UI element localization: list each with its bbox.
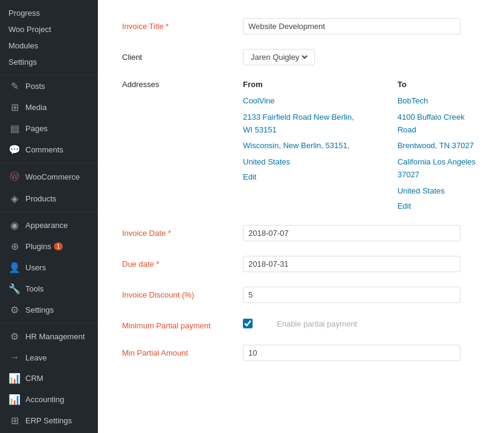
sidebar-item-label: Posts [25, 82, 45, 91]
appearance-icon: ◉ [8, 220, 21, 231]
sidebar-item-label: Plugins [25, 242, 51, 251]
hr-icon: ⚙ [8, 331, 21, 342]
client-row: Client Jaren Quigley [122, 49, 480, 65]
to-address: 4100 Buffalo Creek Road [398, 111, 480, 137]
from-region: Wisconsin, New Berlin, 53151, [243, 140, 361, 152]
plugins-icon: ⊕ [8, 241, 21, 252]
sidebar-item-label: CRM [25, 374, 44, 383]
sidebar-item-label: Settings [25, 305, 54, 314]
sidebar-item-label: Accounting [25, 395, 64, 404]
to-header: To [398, 80, 480, 89]
due-date-input[interactable] [243, 256, 460, 272]
sidebar-nav: ✎ Posts ⊞ Media ▤ Pages 💬 Comments Ⓦ Woo… [0, 76, 98, 431]
sidebar-item-label: Appearance [25, 221, 68, 230]
invoice-discount-label: Invoice Discount (%) [122, 287, 243, 299]
client-select[interactable]: Jaren Quigley [248, 52, 309, 62]
min-partial-checkbox[interactable] [243, 319, 253, 328]
products-icon: ◈ [8, 193, 21, 204]
comments-icon: 💬 [8, 144, 21, 155]
sidebar-item-label: Media [25, 103, 47, 112]
media-icon: ⊞ [8, 102, 21, 113]
sidebar-item-label: Pages [25, 124, 48, 133]
to-company: BobTech [398, 95, 480, 108]
sidebar-item-label: Leave [25, 353, 47, 362]
invoice-discount-row: Invoice Discount (%) [122, 287, 480, 303]
addresses-row: Addresses From CoolVine 2133 Fairfield R… [122, 80, 480, 210]
leave-icon: → [8, 352, 21, 363]
to-region: California Los Angeles 37027 [398, 156, 480, 181]
to-edit-link[interactable]: Edit [398, 201, 411, 210]
min-partial-amount-input[interactable] [243, 345, 460, 361]
sidebar-item-posts[interactable]: ✎ Posts [0, 76, 98, 97]
from-company: CoolVine [243, 95, 361, 108]
sidebar-item-label: Products [25, 194, 56, 203]
main-content: Invoice Title * Client Jaren Quigley Add… [98, 0, 504, 433]
sidebar-item-pages[interactable]: ▤ Pages [0, 118, 98, 139]
separator [0, 212, 98, 212]
sidebar-item-settings[interactable]: ⚙ Settings [0, 299, 98, 321]
client-label: Client [122, 49, 243, 62]
settings-icon: ⚙ [8, 304, 21, 316]
to-country: United States [398, 185, 480, 198]
sidebar-item-label: Comments [25, 145, 63, 154]
sidebar-item-label: WooCommerce [25, 172, 80, 181]
sidebar-item-media[interactable]: ⊞ Media [0, 97, 98, 118]
invoice-date-label: Invoice Date * [122, 225, 243, 238]
sidebar-item-products[interactable]: ◈ Products [0, 188, 98, 209]
from-edit-link[interactable]: Edit [243, 172, 256, 181]
invoice-title-row: Invoice Title * [122, 18, 480, 34]
sidebar-item-users[interactable]: 👤 Users [0, 257, 98, 278]
invoice-date-row: Invoice Date * [122, 225, 480, 241]
min-partial-row: Minimum Partial payment Enable partial p… [122, 317, 480, 330]
sidebar-item-label: Tools [25, 284, 44, 293]
min-partial-checkbox-row: Enable partial payment [243, 319, 357, 328]
woocommerce-icon: Ⓦ [8, 171, 21, 183]
min-partial-label: Minimum Partial payment [122, 317, 243, 330]
sidebar-item-hr-management[interactable]: ⚙ HR Management [0, 326, 98, 347]
crm-icon: 📊 [8, 373, 21, 384]
min-partial-amount-row: Min Partial Amount [122, 345, 480, 361]
due-date-row: Due date * [122, 256, 480, 272]
separator [0, 163, 98, 163]
invoice-discount-input[interactable] [243, 287, 460, 303]
sidebar-item-modules[interactable]: Modules [0, 37, 98, 54]
addresses-label: Addresses [122, 80, 243, 89]
to-city: Brentwood, TN 37027 [398, 140, 480, 152]
required-star: * [168, 229, 171, 238]
sidebar-item-settings-top[interactable]: Settings [0, 54, 98, 70]
invoice-title-label: Invoice Title * [122, 18, 243, 31]
from-address-col: From CoolVine 2133 Fairfield Road New Be… [243, 80, 361, 210]
invoice-date-input[interactable] [243, 225, 460, 241]
from-address: 2133 Fairfield Road New Berlin, WI 53151 [243, 111, 361, 137]
sidebar-item-comments[interactable]: 💬 Comments [0, 139, 98, 160]
required-star: * [166, 22, 169, 31]
sidebar-item-tools[interactable]: 🔧 Tools [0, 278, 98, 299]
sidebar-item-plugins[interactable]: ⊕ Plugins 1 [0, 236, 98, 257]
required-star: * [156, 259, 159, 269]
posts-icon: ✎ [8, 80, 21, 92]
min-partial-amount-label: Min Partial Amount [122, 345, 243, 357]
sidebar-item-erp-settings[interactable]: ⊞ ERP Settings [0, 410, 98, 431]
separator [0, 323, 98, 324]
sidebar-item-accounting[interactable]: 📊 Accounting [0, 389, 98, 410]
sidebar-item-appearance[interactable]: ◉ Appearance [0, 215, 98, 236]
enable-partial-label: Enable partial payment [277, 319, 357, 328]
tools-icon: 🔧 [8, 283, 21, 295]
sidebar-item-leave[interactable]: → Leave [0, 347, 98, 368]
sidebar-item-woocommerce[interactable]: Ⓦ WooCommerce [0, 166, 98, 188]
erp-settings-icon: ⊞ [8, 415, 21, 426]
sidebar-item-crm[interactable]: 📊 CRM [0, 368, 98, 389]
users-icon: 👤 [8, 262, 21, 273]
plugins-badge: 1 [54, 243, 63, 250]
sidebar-top-section: Progress Woo Project Modules Settings [0, 0, 98, 76]
pages-icon: ▤ [8, 123, 21, 134]
addresses-content: From CoolVine 2133 Fairfield Road New Be… [243, 80, 480, 210]
sidebar-item-progress[interactable]: Progress [0, 5, 98, 21]
sidebar: Progress Woo Project Modules Settings ✎ … [0, 0, 98, 433]
from-country: United States [243, 156, 361, 169]
sidebar-item-label: HR Management [25, 332, 85, 341]
accounting-icon: 📊 [8, 394, 21, 405]
client-select-wrapper[interactable]: Jaren Quigley [243, 49, 315, 65]
invoice-title-input[interactable] [243, 18, 460, 34]
sidebar-item-woo-project[interactable]: Woo Project [0, 21, 98, 37]
